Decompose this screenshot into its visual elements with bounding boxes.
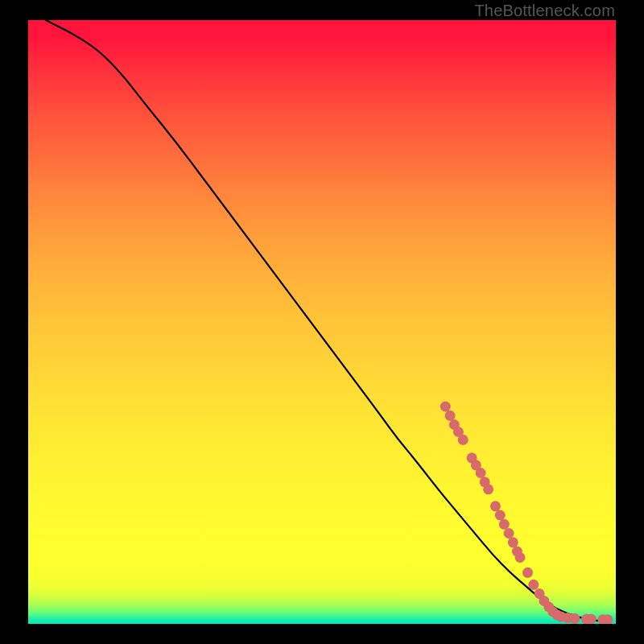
plot-area <box>28 20 616 624</box>
data-point-marker <box>504 528 514 539</box>
data-point-marker <box>476 468 486 478</box>
data-point-marker <box>483 484 493 494</box>
bottleneck-curve <box>46 20 610 621</box>
data-point-marker <box>522 568 533 578</box>
curve-layer <box>28 20 616 624</box>
data-point-marker <box>490 501 501 511</box>
data-point-marker <box>515 552 526 563</box>
data-point-marker <box>528 580 539 590</box>
data-point-marker <box>458 435 469 445</box>
data-point-marker <box>499 519 510 530</box>
chart-frame: TheBottleneck.com <box>0 0 644 644</box>
watermark-text: TheBottleneck.com <box>474 2 615 20</box>
data-point-marker <box>495 510 506 521</box>
data-point-marker <box>508 537 518 547</box>
data-point-marker <box>569 613 580 624</box>
curve-markers <box>440 402 613 625</box>
data-point-marker <box>445 411 456 421</box>
data-point-marker <box>586 614 597 625</box>
data-point-marker <box>440 402 451 412</box>
